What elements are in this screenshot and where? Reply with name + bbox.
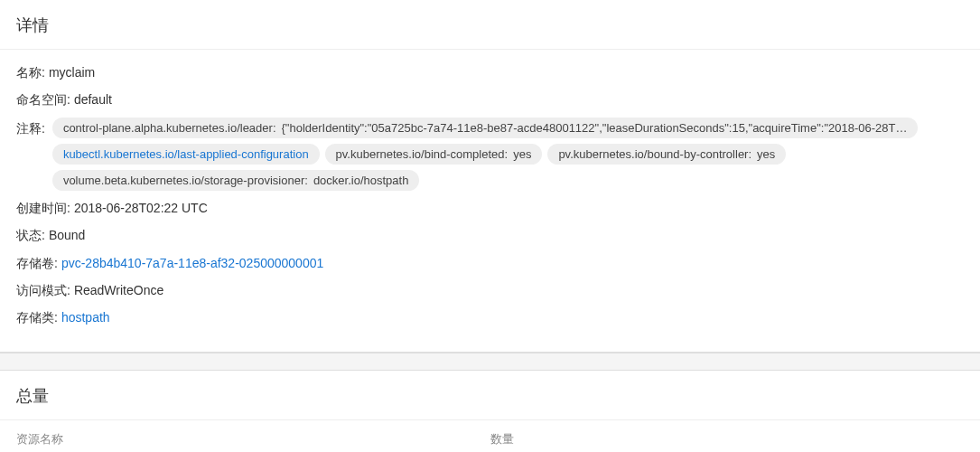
- created-label: 创建时间:: [16, 198, 70, 218]
- volume-link[interactable]: pvc-28b4b410-7a7a-11e8-af32-025000000001: [61, 253, 323, 273]
- volume-row: 存储卷: pvc-28b4b410-7a7a-11e8-af32-0250000…: [16, 253, 964, 273]
- name-label: 名称:: [16, 62, 45, 82]
- details-body: 名称: myclaim 命名空间: default 注释: control-pl…: [0, 50, 980, 352]
- annotation-value: {"holderIdentity":"05a725bc-7a74-11e8-be…: [282, 121, 908, 135]
- capacity-col-name: 资源名称: [16, 431, 490, 447]
- annotation-value: yes: [513, 147, 531, 161]
- annotation-chip[interactable]: control-plane.alpha.kubernetes.io/leader…: [52, 118, 919, 138]
- name-row: 名称: myclaim: [16, 62, 964, 82]
- annotation-key: pv.kubernetes.io/bound-by-controller:: [558, 147, 751, 161]
- created-row: 创建时间: 2018-06-28T02:22 UTC: [16, 198, 964, 218]
- storageclass-label: 存储类:: [16, 307, 58, 327]
- annotation-key: kubectl.kubernetes.io/last-applied-confi…: [63, 147, 309, 161]
- access-value: ReadWriteOnce: [74, 280, 163, 300]
- capacity-header-row: 资源名称 数量: [0, 419, 980, 452]
- annotation-chip[interactable]: kubectl.kubernetes.io/last-applied-confi…: [52, 144, 320, 165]
- capacity-card: 总量 资源名称 数量 Storage500Mi: [0, 371, 980, 452]
- annotation-chip[interactable]: pv.kubernetes.io/bind-completed:yes: [325, 144, 543, 165]
- section-gap: [0, 353, 980, 371]
- created-value: 2018-06-28T02:22 UTC: [74, 198, 208, 218]
- annotation-key: volume.beta.kubernetes.io/storage-provis…: [63, 174, 308, 187]
- annotations-row: 注释: control-plane.alpha.kubernetes.io/le…: [16, 118, 964, 191]
- namespace-label: 命名空间:: [16, 89, 70, 109]
- annotation-value: yes: [757, 147, 775, 161]
- details-card: 详情 名称: myclaim 命名空间: default 注释: control…: [0, 0, 980, 353]
- access-row: 访问模式: ReadWriteOnce: [16, 280, 964, 300]
- annotations-label: 注释:: [16, 118, 45, 137]
- annotation-chip[interactable]: volume.beta.kubernetes.io/storage-provis…: [52, 170, 420, 191]
- capacity-title: 总量: [0, 371, 980, 419]
- name-value: myclaim: [49, 62, 95, 82]
- annotation-chip[interactable]: pv.kubernetes.io/bound-by-controller:yes: [547, 144, 786, 165]
- annotation-value: docker.io/hostpath: [313, 174, 409, 187]
- status-value: Bound: [49, 225, 85, 245]
- storageclass-link[interactable]: hostpath: [61, 307, 110, 327]
- access-label: 访问模式:: [16, 280, 70, 300]
- annotation-key: control-plane.alpha.kubernetes.io/leader…: [63, 121, 276, 135]
- namespace-value: default: [74, 89, 112, 109]
- capacity-col-qty: 数量: [490, 431, 965, 447]
- storageclass-row: 存储类: hostpath: [16, 307, 964, 327]
- annotation-key: pv.kubernetes.io/bind-completed:: [336, 147, 509, 161]
- status-row: 状态: Bound: [16, 225, 964, 245]
- details-title: 详情: [0, 0, 980, 50]
- status-label: 状态:: [16, 225, 45, 245]
- annotations-chips: control-plane.alpha.kubernetes.io/leader…: [52, 118, 964, 191]
- namespace-row: 命名空间: default: [16, 89, 964, 109]
- volume-label: 存储卷:: [16, 253, 58, 273]
